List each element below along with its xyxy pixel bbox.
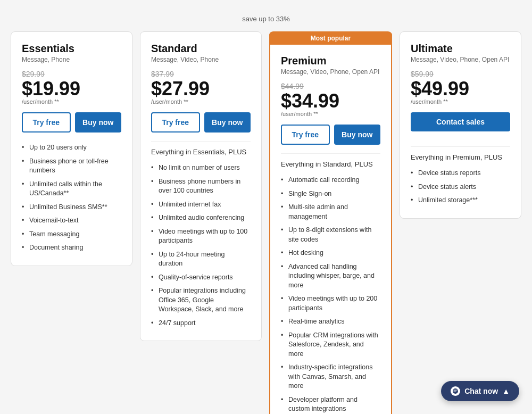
current-price-standard: $27.99 <box>151 79 251 98</box>
divider-standard <box>151 141 251 142</box>
plus-label-premium: Everything in Standard, PLUS <box>281 160 380 168</box>
popular-badge: Most popular <box>269 32 392 45</box>
feature-list-essentials: Up to 20 users onlyBusiness phone or tol… <box>22 141 121 255</box>
feature-item: Business phone numbers in over 100 count… <box>151 175 251 198</box>
plan-header-essentials: EssentialsMessage, Phone$29.99$19.99/use… <box>22 43 121 105</box>
buy-now-button-premium[interactable]: Buy now <box>334 125 381 145</box>
feature-item: Unlimited Business SMS** <box>22 201 121 214</box>
feature-item: Real-time analytics <box>281 315 380 329</box>
plan-card-ultimate: UltimateMessage, Video, Phone, Open API$… <box>400 31 521 219</box>
current-price-ultimate: $49.99 <box>411 79 510 98</box>
plan-name-essentials: Essentials <box>22 43 121 55</box>
feature-item: Device status alerts <box>411 180 510 194</box>
feature-item: Unlimited internet fax <box>151 198 251 212</box>
save-label: save up to 33% <box>242 15 290 23</box>
plan-header-premium: PremiumMessage, Video, Phone, Open API$4… <box>281 55 380 117</box>
feature-item: Unlimited audio conferencing <box>151 211 251 225</box>
feature-item: Unlimited calls within the US/Canada** <box>22 178 121 201</box>
chat-icon <box>451 386 460 396</box>
buy-now-button-standard[interactable]: Buy now <box>204 112 251 133</box>
feature-list-standard: No limit on number of usersBusiness phon… <box>151 161 251 330</box>
feature-item: Advanced call handling including whisper… <box>281 260 380 293</box>
btn-row-standard: Try freeBuy now <box>151 112 251 133</box>
feature-item: Industry-specific integrations with Canv… <box>281 361 380 393</box>
btn-row-premium: Try freeBuy now <box>281 125 380 145</box>
feature-item: Hot desking <box>281 246 380 260</box>
chat-chevron-icon: ▲ <box>502 387 510 395</box>
plan-subtitle-ultimate: Message, Video, Phone, Open API <box>411 56 510 63</box>
feature-item: Team messaging <box>22 228 121 242</box>
plan-card-standard: StandardMessage, Video, Phone$37.99$27.9… <box>140 31 262 341</box>
divider-premium <box>281 153 380 154</box>
plan-subtitle-standard: Message, Video, Phone <box>151 56 251 63</box>
try-free-button-premium[interactable]: Try free <box>281 125 330 145</box>
top-bar: save up to 33% <box>11 11 521 31</box>
current-price-premium: $34.99 <box>281 92 380 111</box>
plus-label-ultimate: Everything in Premium, PLUS <box>411 153 510 161</box>
feature-item: Video meetings with up to 200 participan… <box>281 292 380 315</box>
feature-item: Automatic call recording <box>281 173 380 187</box>
feature-item: Single Sign-on <box>281 187 380 201</box>
plans-container: EssentialsMessage, Phone$29.99$19.99/use… <box>11 31 521 414</box>
feature-item: Document sharing <box>22 241 121 255</box>
feature-list-ultimate: Device status reportsDevice status alert… <box>411 167 510 208</box>
plan-header-ultimate: UltimateMessage, Video, Phone, Open API$… <box>411 43 510 105</box>
original-price-standard: $37.99 <box>151 70 251 78</box>
feature-item: Unlimited storage*** <box>411 194 510 208</box>
plan-name-ultimate: Ultimate <box>411 43 510 55</box>
divider-ultimate <box>411 146 510 147</box>
feature-item: Voicemail-to-text <box>22 214 121 228</box>
original-price-ultimate: $59.99 <box>411 70 510 78</box>
feature-item: 24/7 support <box>151 317 251 330</box>
feature-item: Quality-of-service reports <box>151 271 251 285</box>
plan-card-essentials: EssentialsMessage, Phone$29.99$19.99/use… <box>11 31 132 266</box>
plan-header-standard: StandardMessage, Video, Phone$37.99$27.9… <box>151 43 251 105</box>
current-price-essentials: $19.99 <box>22 79 121 98</box>
try-free-button-essentials[interactable]: Try free <box>22 112 71 133</box>
feature-item: Multi-site admin and management <box>281 201 380 223</box>
feature-item: Developer platform and custom integratio… <box>281 393 380 415</box>
chat-now-button[interactable]: Chat now ▲ <box>441 381 519 401</box>
feature-item: Popular integrations including Office 36… <box>151 284 251 317</box>
feature-item: Up to 20 users only <box>22 141 121 155</box>
buy-now-button-essentials[interactable]: Buy now <box>75 112 122 133</box>
plus-label-standard: Everything in Essentials, PLUS <box>151 148 251 156</box>
feature-item: Video meetings with up to 100 participan… <box>151 225 251 248</box>
feature-item: Device status reports <box>411 167 510 180</box>
feature-item: Popular CRM integrations with Salesforce… <box>281 329 380 361</box>
chat-now-label: Chat now <box>464 387 498 395</box>
btn-row-essentials: Try freeBuy now <box>22 112 121 133</box>
original-price-essentials: $29.99 <box>22 70 121 78</box>
plan-subtitle-premium: Message, Video, Phone, Open API <box>281 68 380 76</box>
plan-name-premium: Premium <box>281 55 380 67</box>
feature-item: Up to 24-hour meeting duration <box>151 248 251 271</box>
plan-card-premium: Most popularPremiumMessage, Video, Phone… <box>269 31 392 414</box>
try-free-button-standard[interactable]: Try free <box>151 112 200 133</box>
feature-item: Business phone or toll-free numbers <box>22 155 121 178</box>
contact-sales-button[interactable]: Contact sales <box>411 112 510 131</box>
original-price-premium: $44.99 <box>281 82 380 90</box>
feature-list-premium: Automatic call recordingSingle Sign-onMu… <box>281 173 380 414</box>
plan-name-standard: Standard <box>151 43 251 55</box>
plan-subtitle-essentials: Message, Phone <box>22 56 121 63</box>
feature-item: Up to 8-digit extensions with site codes <box>281 223 380 246</box>
feature-item: No limit on number of users <box>151 161 251 175</box>
